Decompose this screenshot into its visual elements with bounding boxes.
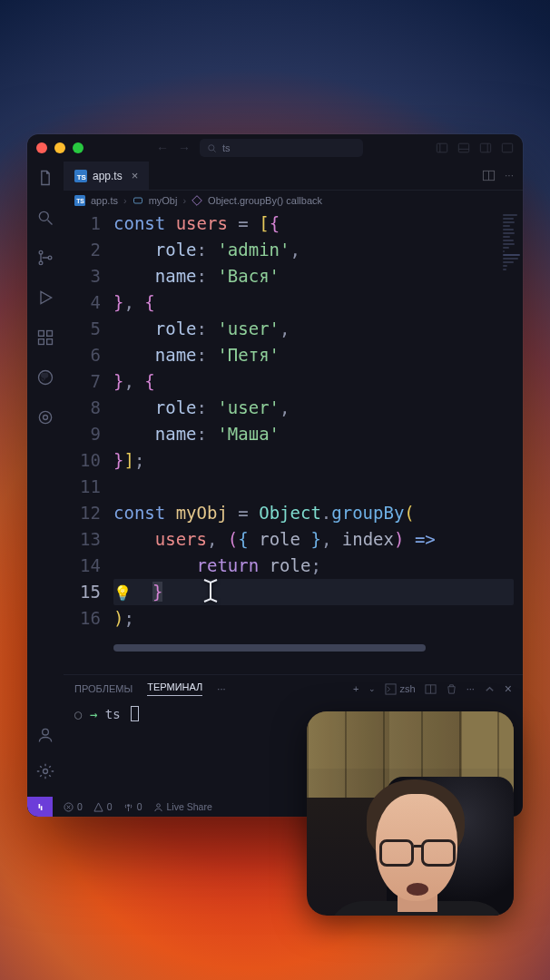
svg-text:TS: TS [76, 198, 84, 204]
typescript-file-icon: TS [74, 195, 85, 206]
nav-forward-icon[interactable]: → [178, 141, 189, 155]
new-terminal-icon[interactable]: + [353, 683, 358, 694]
svg-point-9 [39, 211, 48, 220]
status-errors[interactable]: 0 [64, 801, 83, 812]
source-control-icon[interactable] [36, 249, 54, 270]
panel-tab-problems[interactable]: ПРОБЛЕМЫ [74, 683, 133, 694]
svg-rect-2 [437, 143, 447, 152]
svg-point-20 [44, 416, 48, 420]
svg-rect-15 [39, 339, 44, 345]
terminal-cursor [131, 706, 139, 721]
warning-icon [93, 802, 103, 812]
search-text: ts [222, 142, 231, 153]
svg-point-22 [44, 769, 48, 774]
svg-point-35 [127, 804, 130, 807]
title-bar: ← → ts [27, 134, 523, 162]
split-terminal-icon[interactable] [425, 683, 437, 695]
tab-close-icon[interactable]: × [132, 169, 139, 182]
account-icon[interactable] [36, 726, 54, 748]
terminal-dropdown-icon[interactable]: ⌄ [368, 684, 376, 693]
symbol-method-icon [192, 195, 202, 206]
svg-point-12 [39, 261, 43, 265]
svg-line-1 [213, 150, 215, 152]
presenter-camera [307, 711, 514, 916]
svg-text:TS: TS [77, 172, 86, 181]
prompt-arrow-icon: → [90, 707, 97, 721]
toggle-secondary-sidebar-icon[interactable] [479, 142, 492, 154]
svg-point-0 [209, 144, 214, 150]
svg-rect-8 [502, 143, 512, 152]
gear-icon[interactable] [36, 762, 54, 784]
window-controls[interactable] [36, 142, 83, 153]
code-editor[interactable]: 1 2 3 4 5 6 7 8 9 10 11 12 13 14 [64, 211, 523, 674]
tab-label: app.ts [93, 170, 123, 182]
panel-more-icon[interactable]: ··· [217, 683, 225, 694]
customize-layout-icon[interactable] [501, 142, 514, 154]
svg-point-36 [156, 803, 160, 807]
split-editor-icon[interactable] [482, 169, 496, 182]
error-icon [64, 802, 74, 812]
panel-tabs: ПРОБЛЕМЫ ТЕРМИНАЛ ··· + ⌄ zsh ··· [64, 675, 523, 702]
svg-point-13 [48, 256, 52, 260]
status-warnings[interactable]: 0 [93, 801, 113, 812]
panel-maximize-icon[interactable] [484, 683, 496, 695]
line-gutter: 1 2 3 4 5 6 7 8 9 10 11 12 13 14 [64, 211, 113, 632]
svg-rect-6 [480, 143, 490, 152]
search-sidebar-icon[interactable] [36, 209, 54, 230]
editor-group: TS app.ts × ··· TS app.ts › myObj › Obje… [64, 162, 523, 797]
prompt-cwd: ts [105, 707, 121, 721]
svg-point-11 [39, 250, 43, 254]
crumb-file[interactable]: app.ts [91, 195, 118, 206]
panel-tab-terminal[interactable]: ТЕРМИНАЛ [147, 681, 202, 696]
status-live-share[interactable]: Live Share [153, 801, 212, 812]
lightbulb-icon[interactable]: 💡 [113, 584, 132, 602]
svg-rect-14 [39, 331, 44, 337]
layout-controls[interactable] [436, 142, 514, 154]
svg-rect-31 [385, 683, 395, 693]
extensions-icon[interactable] [36, 328, 54, 350]
activity-bar [27, 162, 64, 797]
svg-line-10 [48, 220, 53, 225]
terminal-shell-label[interactable]: zsh [385, 683, 416, 695]
crumb-symbol-2[interactable]: Object.groupBy() callback [208, 195, 322, 206]
svg-rect-30 [192, 196, 202, 206]
svg-rect-4 [458, 143, 468, 152]
close-window-icon[interactable] [36, 142, 47, 153]
nav-back-icon[interactable]: ← [156, 141, 167, 155]
kill-terminal-icon[interactable] [446, 683, 457, 695]
chevron-right-icon: › [123, 195, 127, 206]
svg-point-19 [39, 411, 51, 423]
explorer-icon[interactable] [36, 169, 54, 191]
editor-tabs: TS app.ts × ··· [64, 162, 523, 191]
run-debug-icon[interactable] [36, 289, 54, 310]
breadcrumbs[interactable]: TS app.ts › myObj › Object.groupBy() cal… [64, 191, 523, 211]
typescript-file-icon: TS [74, 170, 87, 182]
tab-more-icon[interactable]: ··· [505, 169, 514, 182]
remote-explorer-icon[interactable] [36, 408, 54, 430]
tab-app-ts[interactable]: TS app.ts × [64, 162, 150, 190]
chevron-right-icon: › [182, 195, 186, 206]
horizontal-scrollbar[interactable] [113, 642, 514, 653]
command-center-search[interactable]: ts [200, 139, 363, 157]
crumb-symbol-1[interactable]: myObj [149, 195, 178, 206]
search-icon [207, 143, 217, 153]
remote-indicator[interactable] [27, 797, 53, 817]
svg-rect-16 [47, 339, 53, 345]
svg-rect-29 [133, 198, 142, 203]
terminal-sigil: ○ [74, 707, 82, 721]
maximize-window-icon[interactable] [73, 142, 83, 153]
radio-tower-icon [123, 802, 133, 812]
live-share-icon [153, 802, 163, 812]
panel-close-icon[interactable]: × [505, 681, 512, 696]
terminal-more-icon[interactable]: ··· [467, 683, 475, 694]
symbol-variable-icon [133, 195, 143, 206]
code-content[interactable]: const users = [{ role: 'admin', name: 'В… [113, 211, 523, 632]
svg-rect-17 [47, 331, 53, 337]
minimize-window-icon[interactable] [54, 142, 65, 153]
github-icon[interactable] [36, 368, 54, 390]
status-ports[interactable]: 0 [123, 801, 142, 812]
svg-point-21 [43, 729, 49, 735]
toggle-panel-icon[interactable] [457, 142, 470, 154]
toggle-sidebar-icon[interactable] [436, 142, 448, 154]
